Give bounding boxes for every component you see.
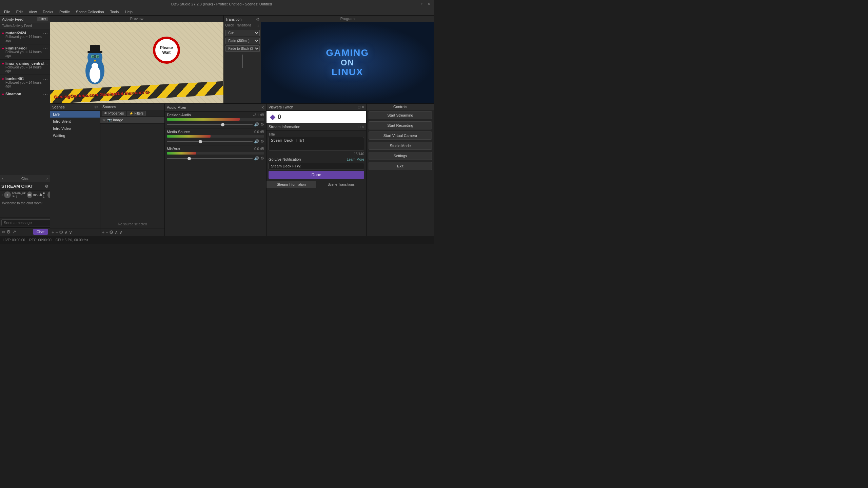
- chat-nav-left[interactable]: ‹: [2, 176, 3, 181]
- preview-canvas[interactable]: PleaseWait GamingOnLinux.com GamingOnLin…: [50, 22, 223, 103]
- sources-footer: + − ⚙ ∧ ∨: [100, 228, 164, 236]
- scene-item-live[interactable]: Live: [50, 111, 100, 118]
- control-button-start-recording[interactable]: Start Recording: [369, 121, 432, 129]
- filter-button[interactable]: Filter: [37, 17, 48, 21]
- chat-user-avatar-1: s: [4, 191, 11, 198]
- mute-button-2[interactable]: 🔊: [254, 156, 259, 161]
- channel-settings-button-0[interactable]: ⚙: [260, 122, 264, 127]
- svg-rect-9: [91, 55, 95, 58]
- chat-users-prev[interactable]: ‹: [1, 192, 3, 197]
- audio-channel-1: Media Source 0.0 dB 🔊 ⚙: [165, 128, 266, 145]
- activity-desc-1: Followed you • 14 hours ago: [5, 50, 43, 58]
- sources-filters-button[interactable]: ⚡ Filters: [127, 111, 146, 116]
- fade-transition-select[interactable]: Fade (300ms): [225, 38, 260, 44]
- scenes-add-button[interactable]: +: [52, 229, 54, 235]
- control-button-start-virtual-camera[interactable]: Start Virtual Camera: [369, 131, 432, 140]
- channel-settings-button-2[interactable]: ⚙: [260, 156, 264, 161]
- stream-info-float-button[interactable]: □: [358, 124, 360, 129]
- go-live-input[interactable]: [269, 163, 364, 169]
- fade-black-transition-select[interactable]: Fade to Black (300ms): [225, 45, 260, 52]
- menu-item-scene collection[interactable]: Scene Collection: [73, 9, 107, 15]
- activity-more-3[interactable]: ⋯: [43, 77, 48, 82]
- menu-item-file[interactable]: File: [1, 9, 13, 15]
- please-wait-circle: PleaseWait: [153, 37, 180, 64]
- sources-add-button[interactable]: +: [102, 229, 104, 235]
- menu-item-profile[interactable]: Profile: [57, 9, 73, 15]
- control-button-studio-mode[interactable]: Studio Mode: [369, 142, 432, 150]
- control-button-start-streaming[interactable]: Start Streaming: [369, 111, 432, 119]
- scenes-settings-icon[interactable]: ⚙: [94, 105, 98, 109]
- fader-2[interactable]: [167, 158, 253, 159]
- cut-transition-select[interactable]: Cut: [225, 30, 260, 36]
- sources-down-button[interactable]: ∨: [119, 229, 122, 235]
- bottom-area: Scenes ⚙ LiveIntro SilentIntro VideoWait…: [50, 104, 434, 236]
- channel-settings-button-1[interactable]: ⚙: [260, 139, 264, 144]
- chat-nav: ‹: [2, 176, 3, 181]
- menu-item-view[interactable]: View: [26, 9, 40, 15]
- heart-icon-4: ♥: [2, 93, 4, 96]
- source-item-image[interactable]: 👁 📷 Image: [100, 117, 164, 124]
- add-transition-button[interactable]: +: [257, 23, 259, 28]
- audio-channel-header-0: Desktop Audio -3.1 dB: [167, 113, 264, 117]
- close-button[interactable]: ×: [427, 2, 431, 6]
- fader-0[interactable]: [167, 124, 253, 125]
- menu-item-edit[interactable]: Edit: [14, 9, 25, 15]
- minimize-button[interactable]: −: [413, 2, 418, 6]
- menu-item-help[interactable]: Help: [122, 9, 135, 15]
- left-panel: Activity Feed Filter Twitch Activity Fee…: [0, 16, 50, 236]
- sources-settings-button[interactable]: ⚙: [109, 229, 114, 235]
- chat-send-button[interactable]: Chat: [33, 229, 48, 235]
- scenes-up-button[interactable]: ∧: [64, 229, 68, 235]
- audio-channel-0: Desktop Audio -3.1 dB 🔊 ⚙: [165, 111, 266, 128]
- fader-1[interactable]: [167, 141, 253, 142]
- chat-nav-right[interactable]: ›: [46, 176, 48, 181]
- learn-more-link[interactable]: Learn More: [347, 158, 364, 161]
- activity-more-0[interactable]: ⋯: [43, 31, 48, 36]
- scenes-remove-button[interactable]: −: [55, 229, 58, 235]
- mute-button-1[interactable]: 🔊: [254, 139, 259, 144]
- activity-more-4[interactable]: ⋯: [43, 92, 48, 97]
- sources-up-button[interactable]: ∧: [115, 229, 118, 235]
- activity-feed: Activity Feed Filter Twitch Activity Fee…: [0, 16, 50, 175]
- scenes-footer: + − ⚙ ∧ ∨: [50, 228, 100, 236]
- preview-label: Preview: [50, 16, 223, 22]
- activity-text-0: mutant2424 Followed you • 14 hours ago: [5, 31, 43, 42]
- scenes-settings-button[interactable]: ⚙: [59, 229, 63, 235]
- stream-info-tab[interactable]: Stream Information: [267, 181, 316, 188]
- stream-info-close-button[interactable]: ×: [362, 124, 364, 129]
- activity-item-0: ♥ mutant2424 Followed you • 14 hours ago…: [0, 29, 50, 44]
- control-button-exit[interactable]: Exit: [369, 162, 432, 170]
- viewers-close-button[interactable]: ×: [362, 105, 364, 109]
- viewers-float-button[interactable]: □: [358, 105, 360, 109]
- chat-message-input[interactable]: [1, 219, 53, 226]
- mute-button-0[interactable]: 🔊: [254, 122, 259, 127]
- twitch-logo-icon: ◆: [270, 113, 275, 121]
- stream-chat-settings-icon[interactable]: ⚙: [45, 184, 48, 189]
- audio-channel-2: Mic/Aux 0.0 dB 🔊 ⚙: [165, 145, 266, 162]
- fader-thumb-1: [199, 140, 202, 143]
- control-button-settings[interactable]: Settings: [369, 152, 432, 160]
- chat-settings-button[interactable]: ⚙: [6, 229, 11, 235]
- scene-item-waiting[interactable]: Waiting: [50, 132, 100, 139]
- scenes-down-button[interactable]: ∨: [69, 229, 72, 235]
- activity-more-1[interactable]: ⋯: [43, 46, 48, 52]
- audio-mixer-panel: Audio Mixer × Desktop Audio -3.1 dB 🔊 ⚙ …: [165, 104, 267, 236]
- scene-item-intro-video[interactable]: Intro Video: [50, 125, 100, 132]
- chat-popout-button[interactable]: ↗: [12, 229, 16, 235]
- sources-remove-button[interactable]: −: [105, 229, 108, 235]
- transition-gear-icon[interactable]: ⚙: [256, 17, 260, 22]
- scene-transitions-tab[interactable]: Scene Transitions: [316, 181, 366, 188]
- sources-properties-button[interactable]: 👁 Properties: [102, 111, 126, 116]
- menu-item-tools[interactable]: Tools: [107, 9, 122, 15]
- menu-item-docks[interactable]: Docks: [40, 9, 56, 15]
- stream-info-title: Stream Information: [269, 125, 300, 129]
- scene-item-intro-silent[interactable]: Intro Silent: [50, 118, 100, 125]
- activity-more-2[interactable]: ⋯: [44, 61, 48, 67]
- maximize-button[interactable]: □: [420, 2, 425, 6]
- audio-mixer-close-button[interactable]: ×: [261, 105, 264, 110]
- source-visibility-icon[interactable]: 👁: [102, 118, 106, 122]
- done-button[interactable]: Done: [269, 171, 364, 179]
- window-controls: − □ ×: [413, 2, 431, 6]
- stream-title-input[interactable]: Steam Deck FTW!: [269, 137, 364, 150]
- chat-bottom-left: ∞ ⚙ ↗: [2, 229, 31, 235]
